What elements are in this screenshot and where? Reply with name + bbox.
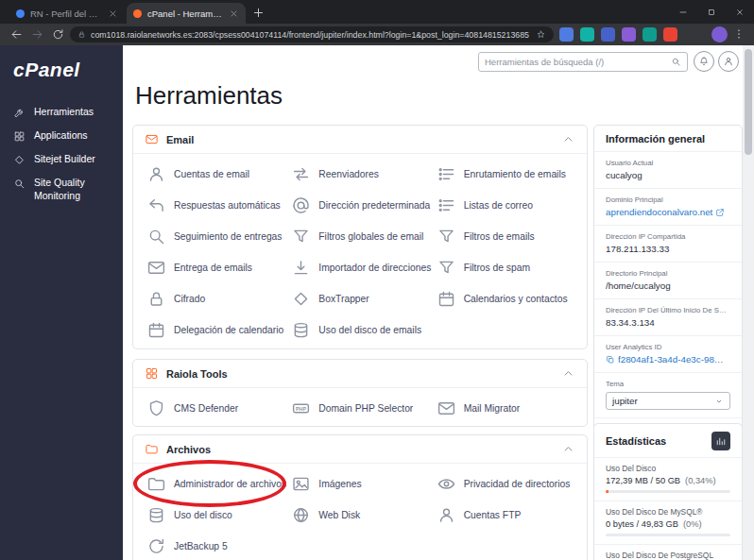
collapse-chevron-icon[interactable]	[561, 442, 575, 456]
address-bar[interactable]: com1018.raiolanetworks.es:2083/cpsess004…	[70, 26, 554, 42]
page-scrollbar[interactable]	[743, 45, 754, 560]
tool-seguimiento-de-entregas[interactable]: Seguimiento de entregas	[143, 221, 287, 252]
tool-jetbackup-5[interactable]: JetBackup 5	[143, 531, 287, 560]
tool-entrega-de-emails[interactable]: Entrega de emails	[143, 252, 287, 283]
tool-filtros-de-spam[interactable]: Filtros de spam	[433, 252, 577, 283]
tool-direccion-predeterminada[interactable]: Dirección predeterminada	[287, 190, 432, 221]
info-fields: Usuario ActualcucalyogDominio Principala…	[594, 151, 742, 417]
tool-label: Cifrado	[174, 294, 205, 304]
maximize-button[interactable]	[697, 0, 726, 24]
notifications-button[interactable]	[694, 51, 714, 72]
cpanel-logo: cPanel	[0, 45, 123, 81]
chart-icon	[715, 435, 727, 447]
tool-administrador-de-archivos[interactable]: Administrador de archivos	[143, 468, 287, 500]
tool-label: Filtros globales de email	[318, 231, 423, 242]
tool-boxtrapper[interactable]: BoxTrapper	[287, 283, 432, 314]
tools-search[interactable]	[478, 52, 688, 72]
tool-label: Listas de correo	[464, 200, 533, 211]
sidebar-item-applications[interactable]: Applications	[0, 126, 123, 146]
screen: RN - Perfil del cliente cPanel - Herrami…	[0, 0, 754, 560]
extension-icon-green[interactable]	[643, 27, 657, 42]
extension-icon-red[interactable]	[663, 27, 677, 42]
tool-label: Dirección predeterminada	[318, 200, 430, 211]
scrollbar-thumb[interactable]	[745, 49, 752, 155]
tool-cuentas-ftp[interactable]: Cuentas FTP	[433, 500, 577, 531]
tab-title: cPanel - Herramientas	[147, 8, 223, 19]
global-email-filters-icon	[291, 227, 311, 246]
extension-icon-purple[interactable]	[622, 27, 636, 42]
url-text: com1018.raiolanetworks.es:2083/cpsess004…	[91, 30, 531, 40]
minimize-icon	[678, 8, 688, 17]
tool-uso-del-disco[interactable]: Uso del disco	[143, 500, 287, 531]
analytics-id-icon	[606, 355, 615, 365]
new-tab-button[interactable]	[251, 6, 266, 20]
sidebar-item-site-quality-monitoring[interactable]: Site Quality Monitoring	[0, 173, 123, 206]
info-field-direccion-ip-compartida: Dirección IP Compartida178.211.133.33	[594, 225, 742, 262]
tool-cms-defender[interactable]: CMS Defender	[143, 393, 287, 424]
back-button[interactable]	[9, 27, 24, 42]
section-header-email[interactable]: Email	[133, 126, 587, 154]
sidebar-item-herramientas[interactable]: Herramientas	[0, 102, 123, 123]
sidebar-item-label: Herramientas	[34, 106, 94, 119]
tool-reenviadores[interactable]: Reenviadores	[287, 159, 432, 190]
close-button[interactable]	[726, 0, 754, 24]
sidebar-nav: HerramientasApplicationsSitejet BuilderS…	[0, 102, 123, 206]
forward-button[interactable]	[30, 27, 44, 42]
sidebar-item-sitejet-builder[interactable]: Sitejet Builder	[0, 149, 123, 170]
extension-icon-teal[interactable]	[580, 27, 594, 42]
section-header-raiola-tools[interactable]: Raiola Tools	[133, 360, 587, 388]
tool-domain-php-selector[interactable]: PHPDomain PHP Selector	[287, 393, 432, 424]
collapse-chevron-icon[interactable]	[561, 132, 575, 146]
browser-tab-cpanel[interactable]: cPanel - Herramientas	[127, 3, 246, 24]
tab-close-icon[interactable]	[108, 8, 118, 19]
mail-migrator-icon	[437, 399, 456, 418]
tool-mail-migrator[interactable]: Mail Migrator	[433, 393, 577, 424]
statistics-toggle-button[interactable]	[711, 432, 730, 450]
statistics-panel: Estadísticas Uso Del Disco172,39 MB / 50…	[593, 423, 743, 560]
browser-tab-client-profile[interactable]: RN - Perfil del cliente	[9, 3, 125, 24]
tool-delegacion-de-calendario[interactable]: Delegación de calendario	[143, 314, 287, 346]
tool-respuestas-automaticas[interactable]: Respuestas automáticas	[143, 190, 287, 221]
tool-web-disk[interactable]: Web Disk	[287, 500, 432, 531]
extension-icon-indigo[interactable]	[601, 27, 615, 42]
ssl-lock-icon[interactable]	[77, 30, 86, 39]
search-input[interactable]	[485, 57, 671, 67]
stat-value: 172,39 MB / 50 GB(0,34%)	[606, 476, 730, 485]
browser-menu-button[interactable]	[732, 27, 745, 41]
tool-privacidad-de-directorios[interactable]: Privacidad de directorios	[433, 468, 577, 500]
default-address-icon	[291, 195, 311, 215]
theme-select[interactable]: jupiter	[606, 392, 730, 410]
tool-importador-de-direcciones[interactable]: Importador de direcciones	[287, 252, 432, 283]
profile-avatar[interactable]	[711, 26, 728, 42]
tool-enrutamiento-de-emails[interactable]: Enrutamiento de emails	[433, 159, 577, 190]
tool-label: Administrador de archivos	[174, 479, 286, 489]
tool-imagenes[interactable]: Imágenes	[287, 468, 432, 500]
collapse-chevron-icon[interactable]	[561, 366, 575, 381]
tool-filtros-globales-de-email[interactable]: Filtros globales de email	[287, 221, 432, 252]
tool-label: BoxTrapper	[318, 294, 368, 304]
tool-label: Reenviadores	[318, 169, 379, 179]
refresh-button[interactable]	[51, 27, 65, 42]
info-field-tema: Temajupiter	[594, 372, 742, 417]
general-info-panel: Información general Usuario Actualcucaly…	[593, 125, 743, 447]
tool-uso-del-disco-de-emails[interactable]: Uso del disco de emails	[287, 314, 432, 346]
info-link[interactable]: aprendiendoconalvaro.net	[606, 207, 730, 217]
calendar-delegation-icon	[146, 320, 166, 340]
tool-cifrado[interactable]: Cifrado	[143, 283, 287, 314]
tool-filtros-de-emails[interactable]: Filtros de emails	[433, 221, 577, 252]
info-link[interactable]: f2804af1-3a4d-4e3c-98…	[606, 354, 730, 365]
tool-listas-de-correo[interactable]: Listas de correo	[433, 190, 577, 221]
section-header-archivos[interactable]: Archivos	[133, 435, 587, 464]
tab-close-icon[interactable]	[229, 8, 239, 19]
extension-icon-blue[interactable]	[559, 27, 574, 42]
info-value: 178.211.133.33	[606, 244, 730, 254]
theme-select-value: jupiter	[612, 396, 638, 406]
info-field-dominio-principal: Dominio Principalaprendiendoconalvaro.ne…	[594, 188, 742, 225]
account-button[interactable]	[718, 51, 739, 72]
minimize-button[interactable]	[669, 0, 697, 24]
info-value: /home/cucalyog	[606, 280, 730, 291]
spam-filters-icon	[437, 258, 456, 278]
bookmark-star-icon[interactable]	[536, 29, 546, 40]
tool-cuentas-de-email[interactable]: Cuentas de email	[143, 159, 287, 190]
tool-calendarios-y-contactos[interactable]: Calendarios y contactos	[433, 283, 577, 314]
